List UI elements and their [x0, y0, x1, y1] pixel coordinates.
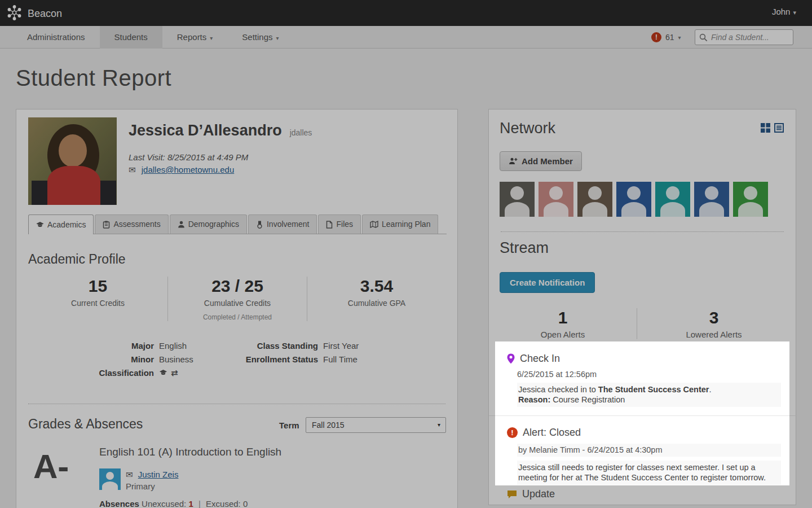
alerts-dropdown[interactable]: ! 61 ▾	[651, 26, 681, 49]
network-stream-card: Network Add Member Stream Create Notific…	[488, 109, 796, 505]
alert-circle-icon: !	[507, 427, 518, 438]
person-plus-icon	[509, 157, 518, 165]
brand-name: Beacon	[28, 8, 62, 20]
tab-demographics[interactable]: Demographics	[170, 214, 247, 234]
stat-lowered-alerts: 3 Lowered Alerts	[637, 308, 791, 339]
alerts-count: 61	[665, 33, 674, 42]
instructor-link[interactable]: Justin Zeis	[138, 470, 179, 479]
beacon-logo-icon	[7, 5, 22, 23]
stream-item-title: Check In	[520, 353, 560, 365]
tab-files[interactable]: Files	[318, 214, 361, 234]
field-value: Full Time	[323, 354, 358, 364]
chevron-down-icon: ▾	[276, 35, 279, 41]
course-grade: A-	[33, 447, 69, 486]
nav-item-reports[interactable]: Reports▾	[162, 26, 228, 49]
nav-item-administrations[interactable]: Administrations	[12, 26, 100, 49]
map-icon	[370, 221, 378, 228]
academic-profile-heading: Academic Profile	[28, 252, 126, 267]
chevron-down-icon: ▾	[210, 35, 213, 41]
user-menu[interactable]: John▾	[772, 7, 796, 16]
stream-heading: Stream	[500, 239, 549, 257]
stat-cumulative-credits: 23 / 25 Cumulative Credits Completed / A…	[167, 277, 307, 321]
envelope-icon: ✉	[126, 470, 133, 479]
divider	[501, 231, 784, 232]
alert-stats: 1 Open Alerts 3 Lowered Alerts	[489, 308, 797, 339]
topbar: Beacon John▾	[0, 0, 812, 26]
grades-heading: Grades & Absences	[28, 417, 143, 432]
course-title: English 101 (A) Introduction to English	[99, 446, 281, 458]
student-report-card: Jessica D’Allesandrojdalles Last Visit: …	[16, 109, 458, 508]
network-members	[500, 182, 768, 217]
instructor-avatar	[99, 468, 121, 490]
member-avatar[interactable]	[733, 182, 768, 217]
student-email-link[interactable]: jdalles@hometownu.edu	[142, 165, 235, 174]
absences-line: Absences Unexcused: 1 | Excused: 0	[99, 499, 248, 508]
student-photo	[28, 117, 117, 205]
term-select[interactable]: Fall 2015 ▾	[306, 417, 446, 433]
speech-bubble-icon	[507, 490, 517, 499]
nav-item-settings[interactable]: Settings▾	[227, 26, 293, 49]
field-value: First Year	[323, 341, 359, 351]
search-input[interactable]	[711, 30, 790, 44]
field-label: Class Standing	[242, 341, 318, 351]
stream-item-update[interactable]: Update	[507, 488, 555, 500]
stream-item-byline: by Melanie Timm - 6/24/2015 at 4:30pm	[517, 444, 781, 457]
list-view-icon[interactable]	[774, 123, 784, 135]
navbar: Administrations Students Reports▾ Settin…	[0, 26, 812, 49]
add-member-button[interactable]: Add Member	[500, 151, 582, 171]
stream-item-alert[interactable]: ! Alert: Closed by Melanie Timm - 6/24/2…	[489, 415, 797, 493]
brand: Beacon	[7, 5, 62, 23]
tab-learning-plan[interactable]: Learning Plan	[362, 214, 438, 234]
nav-item-students[interactable]: Students	[100, 26, 162, 49]
member-avatar[interactable]	[500, 182, 535, 217]
member-avatar[interactable]	[539, 182, 573, 217]
tab-assessments[interactable]: Assessments	[95, 214, 168, 234]
grid-view-icon[interactable]	[761, 123, 770, 135]
member-avatar[interactable]	[655, 182, 690, 217]
person-icon	[178, 221, 185, 228]
update-label: Update	[522, 488, 555, 500]
stat-current-credits: 15 Current Credits	[28, 277, 167, 321]
chevron-down-icon: ▾	[678, 34, 681, 41]
page-title: Student Report	[16, 65, 171, 91]
stream-list: Check In 6/25/2015 at 12:56pm Jessica ch…	[489, 342, 797, 493]
map-pin-icon	[507, 353, 515, 364]
create-notification-button[interactable]: Create Notification	[500, 272, 595, 293]
student-username: jdalles	[290, 128, 312, 137]
academic-fields: MajorEnglish MinorBusiness Classificatio…	[28, 341, 447, 378]
stat-cumulative-gpa: 3.54 Cumulative GPA	[307, 277, 446, 321]
medal-icon	[256, 221, 263, 229]
student-tabs: Academics Assessments Demographics Invol…	[28, 214, 447, 234]
clipboard-icon	[103, 221, 110, 229]
field-label: Minor	[28, 354, 154, 364]
instructor-role: Primary	[126, 481, 155, 491]
grad-cap-icon	[159, 369, 167, 376]
last-visit: Last Visit: 8/25/2015 at 4:49 PM	[129, 152, 248, 162]
field-label: Classification	[28, 368, 154, 378]
divider	[28, 404, 445, 404]
search-icon	[699, 33, 708, 42]
stream-item-checkin[interactable]: Check In 6/25/2015 at 12:56pm Jessica ch…	[489, 342, 797, 415]
stream-item-title: Alert: Closed	[523, 427, 581, 439]
field-value: English	[159, 341, 187, 351]
transfer-arrows-icon: ⇄	[171, 368, 178, 378]
file-icon	[326, 221, 333, 229]
member-avatar[interactable]	[577, 182, 612, 217]
alert-badge-icon: !	[651, 32, 661, 42]
member-avatar[interactable]	[616, 182, 651, 217]
student-name: Jessica D’Allesandrojdalles	[129, 122, 312, 139]
field-label: Enrollment Status	[242, 354, 318, 364]
chevron-down-icon: ▾	[793, 9, 796, 16]
stream-item-body: Jessica still needs to register for clas…	[517, 461, 781, 485]
member-avatar[interactable]	[694, 182, 729, 217]
envelope-icon: ✉	[129, 165, 136, 174]
grad-cap-icon	[36, 221, 44, 229]
stream-item-body: Jessica checked in to The Student Succes…	[517, 383, 781, 407]
tab-academics[interactable]: Academics	[28, 214, 94, 234]
term-label: Term	[279, 421, 299, 430]
network-heading: Network	[500, 120, 555, 137]
stat-open-alerts: 1 Open Alerts	[489, 308, 637, 339]
academic-stats: 15 Current Credits 23 / 25 Cumulative Cr…	[28, 277, 447, 321]
student-search	[695, 29, 793, 45]
tab-involvement[interactable]: Involvement	[248, 214, 317, 234]
